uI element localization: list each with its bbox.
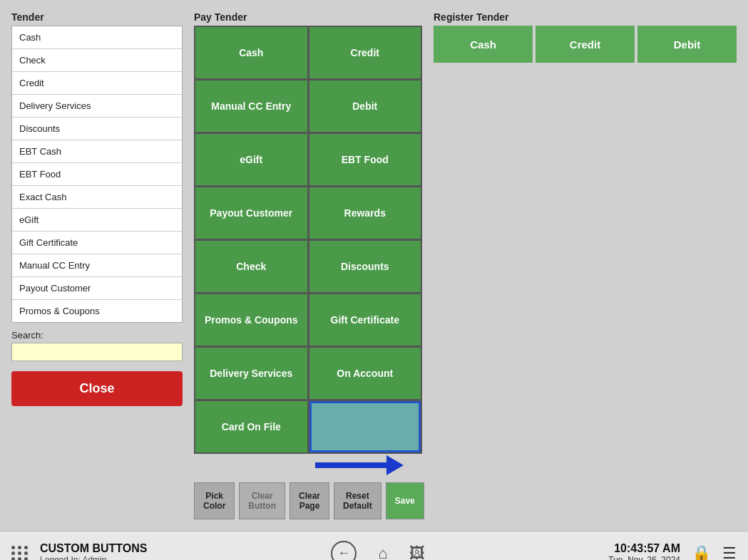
arrow-head-icon (386, 455, 404, 475)
tender-panel: Tender CashCheckCreditDelivery ServicesD… (11, 11, 183, 519)
pay-tender-grid-btn[interactable]: Delivery Services (195, 348, 307, 399)
pay-tender-grid-btn[interactable]: Payout Customer (195, 187, 307, 239)
pay-tender-grid-btn[interactable]: Credit (309, 27, 421, 78)
pay-tender-grid-btn[interactable]: Check (195, 241, 307, 292)
pay-tender-grid-btn[interactable]: On Account (309, 348, 421, 399)
tender-list-item[interactable]: Credit (12, 72, 182, 95)
menu-icon[interactable]: ☰ (722, 544, 737, 561)
tender-list-item[interactable]: Delivery Services (12, 95, 182, 118)
tender-list-item[interactable]: Payout Customer (12, 277, 182, 300)
tender-list-item[interactable]: Check (12, 49, 182, 72)
tender-list-item[interactable]: Gift Certificate (12, 232, 182, 254)
pay-tender-grid-btn[interactable]: EBT Food (309, 134, 421, 185)
taskbar-left: CUSTOM BUTTONS Logged In: Admin (11, 542, 148, 561)
tender-list: CashCheckCreditDelivery ServicesDiscount… (11, 26, 183, 323)
pay-tender-grid-btn[interactable]: Debit (309, 81, 421, 132)
pay-tender-grid: CashCreditManual CC EntryDebiteGiftEBT F… (194, 26, 422, 454)
time-display: 10:43:57 AM Tue. Nov. 26, 2024 (608, 542, 680, 561)
time-date: Tue. Nov. 26, 2024 (608, 555, 680, 561)
tender-list-item[interactable]: EBT Cash (12, 140, 182, 163)
bottom-btn-clear-page[interactable]: Clear Page (290, 482, 329, 519)
taskbar: CUSTOM BUTTONS Logged In: Admin ← ⌂ 🖼 10… (0, 531, 748, 560)
bottom-btn-reset-default[interactable]: Reset Default (334, 482, 381, 519)
register-tender-title: Register Tender (434, 11, 737, 23)
app-title: CUSTOM BUTTONS (40, 542, 148, 555)
tender-panel-title: Tender (11, 11, 183, 23)
time-main: 10:43:57 AM (608, 542, 680, 555)
card-on-file-btn[interactable]: Card On File (195, 401, 307, 452)
register-btn-cash[interactable]: Cash (434, 26, 533, 63)
close-button[interactable]: Close (11, 371, 183, 406)
search-label: Search: (11, 330, 183, 341)
taskbar-center: ← ⌂ 🖼 (148, 541, 609, 561)
tender-list-item[interactable]: EBT Food (12, 163, 182, 186)
tender-list-item[interactable]: Exact Cash (12, 186, 182, 209)
home-icon[interactable]: ⌂ (378, 544, 387, 561)
register-tender-panel: Register Tender CashCreditDebit (434, 11, 737, 519)
taskbar-app-info: CUSTOM BUTTONS Logged In: Admin (40, 542, 148, 561)
search-area: Search: (11, 330, 183, 361)
tender-list-item[interactable]: Cash (12, 26, 182, 49)
lock-icon[interactable]: 🔒 (692, 544, 711, 561)
pay-tender-grid-btn[interactable]: Promos & Coupons (195, 294, 307, 346)
bottom-btn-save[interactable]: Save (386, 482, 424, 519)
pay-tender-grid-btn[interactable]: Rewards (309, 187, 421, 239)
pay-tender-grid-btn[interactable]: Cash (195, 27, 307, 78)
back-icon[interactable]: ← (331, 541, 357, 561)
pay-tender-grid-btn[interactable]: Discounts (309, 241, 421, 292)
pay-tender-grid-btn[interactable]: Manual CC Entry (195, 81, 307, 132)
pay-tender-title: Pay Tender (194, 11, 422, 23)
register-buttons-row: CashCreditDebit (434, 26, 737, 63)
register-btn-credit[interactable]: Credit (536, 26, 635, 63)
app-subtitle: Logged In: Admin (40, 555, 148, 561)
bottom-btn-clear-button: Clear Button (239, 482, 285, 519)
bottom-buttons: Pick ColorClear ButtonClear PageReset De… (194, 482, 422, 519)
empty-selected-cell[interactable] (309, 401, 421, 452)
pay-tender-grid-btn[interactable]: Gift Certificate (309, 294, 421, 346)
taskbar-right: 10:43:57 AM Tue. Nov. 26, 2024 🔒 ☰ (608, 542, 737, 561)
taskbar-dots-icon[interactable] (11, 546, 29, 560)
tender-list-item[interactable]: Discounts (12, 118, 182, 140)
register-icon[interactable]: 🖼 (409, 544, 425, 561)
arrow-indicator (194, 455, 422, 475)
tender-list-item[interactable]: Manual CC Entry (12, 254, 182, 277)
tender-list-item[interactable]: eGift (12, 209, 182, 232)
tender-list-item[interactable]: Promos & Coupons (12, 300, 182, 322)
bottom-btn-pick-color[interactable]: Pick Color (194, 482, 235, 519)
arrow-line (315, 462, 386, 468)
register-btn-debit[interactable]: Debit (637, 26, 737, 63)
pay-tender-panel: Pay Tender CashCreditManual CC EntryDebi… (194, 11, 422, 519)
pay-tender-grid-btn[interactable]: eGift (195, 134, 307, 185)
search-input[interactable] (11, 343, 183, 361)
